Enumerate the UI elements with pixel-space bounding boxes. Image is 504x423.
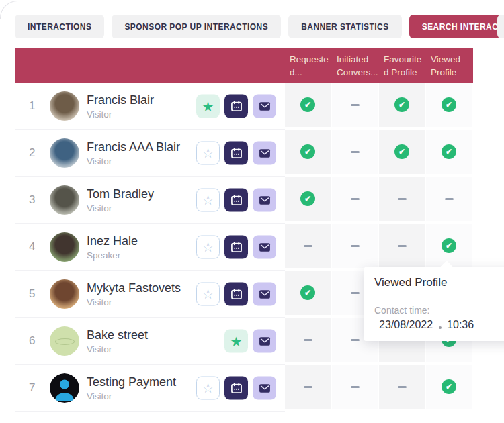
user-info: Francis AAA Blair Visitor: [87, 140, 180, 167]
avatar[interactable]: [50, 326, 79, 356]
favorite-button[interactable]: ☆: [196, 377, 220, 400]
user-role: Visitor: [87, 156, 180, 167]
star-icon: ☆: [202, 382, 214, 395]
calendar-icon: [230, 287, 243, 301]
user-role: Visitor: [87, 109, 154, 120]
table-row: 4 Inez Hale Speaker ☆: [15, 224, 473, 271]
table-row: 1 Francis Blair Visitor ★: [15, 83, 473, 130]
user-name: Bake street: [87, 328, 148, 342]
mail-icon: [258, 240, 271, 254]
check-icon[interactable]: ✔: [300, 191, 315, 206]
calendar-button[interactable]: [224, 95, 248, 118]
column-header-favourite-profile: Favourite d Profile: [379, 48, 426, 83]
dot-separator-icon: [439, 326, 442, 329]
favorite-button[interactable]: ☆: [196, 283, 220, 306]
status-requested: [285, 224, 332, 271]
mail-icon: [258, 99, 271, 113]
tab-banner-statistics[interactable]: BANNER STATISTICS: [288, 15, 402, 38]
calendar-icon: [230, 240, 243, 254]
dash-icon: [398, 198, 407, 200]
user-info: Inez Hale Speaker: [87, 234, 138, 261]
tab-bar: INTERACTIONSSPONSOR POP UP INTERACTIONSB…: [15, 15, 504, 38]
mail-icon: [258, 193, 271, 207]
dash-icon: [351, 386, 360, 388]
favorite-button[interactable]: ★: [224, 330, 248, 353]
status-requested[interactable]: ✔: [285, 177, 332, 224]
favorite-button[interactable]: ★: [196, 95, 220, 118]
favorite-button[interactable]: ☆: [196, 189, 220, 212]
tab-sponsor-pop-up-interactions[interactable]: SPONSOR POP UP INTERACTIONS: [112, 15, 281, 38]
status-viewed-profile[interactable]: ✔: [426, 83, 473, 130]
status-requested[interactable]: ✔: [285, 83, 332, 130]
message-button[interactable]: [253, 142, 276, 165]
status-viewed-profile[interactable]: ✔: [426, 130, 473, 177]
status-favourite-profile: [379, 224, 426, 271]
row-actions: ☆: [181, 236, 276, 259]
dash-icon: [351, 198, 360, 200]
check-icon[interactable]: ✔: [394, 97, 409, 112]
row-index: 3: [29, 193, 50, 207]
avatar[interactable]: [50, 373, 79, 403]
status-requested[interactable]: ✔: [285, 271, 332, 318]
check-icon[interactable]: ✔: [442, 379, 456, 394]
row-index: 2: [29, 146, 50, 160]
dash-icon: [304, 339, 312, 341]
message-button[interactable]: [253, 95, 276, 118]
row-index: 7: [29, 381, 50, 395]
user-name: Tom Bradley: [87, 187, 154, 201]
dash-icon: [351, 151, 360, 153]
avatar[interactable]: [50, 185, 79, 215]
status-favourite-profile[interactable]: ✔: [379, 130, 426, 177]
favorite-button[interactable]: ☆: [196, 142, 220, 165]
status-viewed-profile: [426, 177, 473, 224]
user-name: Testing Payment: [87, 375, 176, 389]
status-initiated-conversation: [332, 83, 379, 130]
favorite-button[interactable]: ☆: [196, 236, 220, 259]
star-icon: ☆: [202, 147, 214, 160]
message-button[interactable]: [253, 283, 276, 306]
dash-icon: [398, 386, 407, 388]
calendar-button[interactable]: [224, 377, 248, 400]
check-icon[interactable]: ✔: [442, 144, 456, 159]
check-icon[interactable]: ✔: [300, 97, 315, 112]
message-button[interactable]: [253, 189, 276, 212]
table-header: Requeste d...Initiated Convers...Favouri…: [15, 48, 473, 83]
row-actions: ★: [181, 330, 276, 353]
tooltip-title: Viewed Profile: [364, 267, 504, 297]
dash-icon: [351, 104, 360, 106]
status-viewed-profile[interactable]: ✔: [426, 365, 473, 412]
calendar-button[interactable]: [224, 189, 248, 212]
avatar[interactable]: [50, 279, 79, 309]
user-name: Francis Blair: [87, 93, 154, 107]
avatar[interactable]: [50, 91, 79, 121]
avatar[interactable]: [50, 232, 79, 262]
status-favourite-profile[interactable]: ✔: [379, 83, 426, 130]
avatar[interactable]: [50, 138, 79, 168]
star-icon: ☆: [202, 288, 214, 301]
tab-interactions[interactable]: INTERACTIONS: [15, 15, 104, 38]
viewed-profile-tooltip: Viewed Profile Contact time: 23/08/2022 …: [364, 267, 504, 341]
message-button[interactable]: [253, 236, 276, 259]
row-index: 1: [29, 99, 50, 113]
status-requested[interactable]: ✔: [285, 130, 332, 177]
message-button[interactable]: [253, 377, 276, 400]
status-initiated-conversation: [332, 177, 379, 224]
tab-search-interaction[interactable]: SEARCH INTERACTION: [409, 15, 504, 38]
status-initiated-conversation: [332, 130, 379, 177]
user-name: Inez Hale: [87, 234, 138, 248]
check-icon[interactable]: ✔: [442, 238, 456, 253]
calendar-button[interactable]: [224, 142, 248, 165]
status-initiated-conversation: [332, 224, 379, 271]
check-icon[interactable]: ✔: [394, 144, 409, 159]
check-icon[interactable]: ✔: [442, 97, 456, 112]
check-icon[interactable]: ✔: [300, 285, 315, 300]
check-icon[interactable]: ✔: [300, 144, 315, 159]
tab-partial[interactable]: [497, 15, 504, 38]
search-interaction-table: Requeste d...Initiated Convers...Favouri…: [15, 48, 473, 412]
calendar-icon: [230, 193, 243, 207]
calendar-button[interactable]: [224, 283, 248, 306]
row-actions: ☆: [181, 142, 276, 165]
dash-icon: [351, 245, 360, 247]
calendar-button[interactable]: [224, 236, 248, 259]
message-button[interactable]: [253, 330, 276, 353]
